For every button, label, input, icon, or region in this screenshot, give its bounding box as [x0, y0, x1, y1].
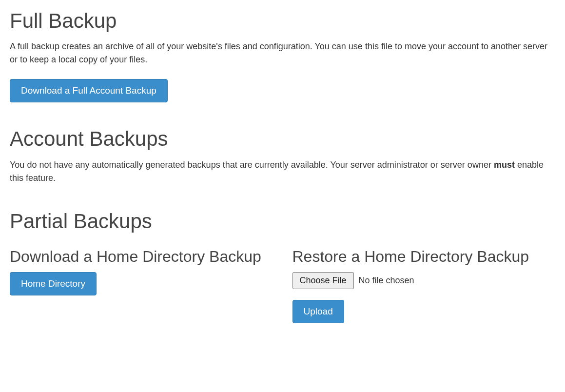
download-home-dir-heading: Download a Home Directory Backup — [10, 247, 273, 266]
account-backups-description: You do not have any automatically genera… — [10, 158, 555, 185]
no-file-chosen-text: No file chosen — [359, 275, 414, 286]
upload-button[interactable]: Upload — [292, 300, 344, 323]
choose-file-button[interactable]: Choose File — [292, 272, 354, 289]
restore-home-dir-heading: Restore a Home Directory Backup — [292, 247, 556, 266]
account-backups-heading: Account Backups — [10, 127, 555, 151]
home-directory-button[interactable]: Home Directory — [10, 272, 97, 295]
full-backup-description: A full backup creates an archive of all … — [10, 40, 555, 66]
account-backups-desc-bold: must — [494, 160, 515, 170]
download-full-backup-button[interactable]: Download a Full Account Backup — [10, 79, 168, 102]
partial-backups-heading: Partial Backups — [10, 209, 555, 234]
account-backups-desc-pre: You do not have any automatically genera… — [10, 160, 494, 170]
full-backup-heading: Full Backup — [10, 9, 555, 33]
